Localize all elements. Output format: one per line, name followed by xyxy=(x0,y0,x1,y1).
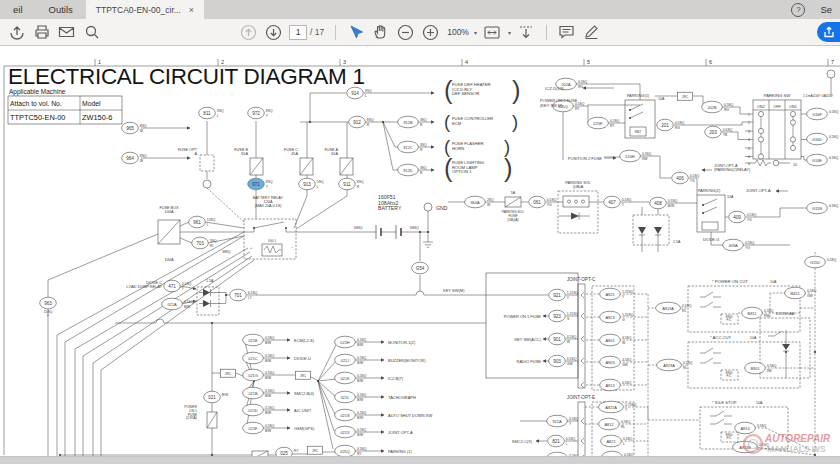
ref-409A: 409A0.5SQYG xyxy=(723,239,755,251)
svg-text:021C: 021C xyxy=(248,356,257,361)
svg-text:471: 471 xyxy=(168,284,176,289)
svg-text:68SQ: 68SQ xyxy=(410,226,419,230)
zoom-out-button[interactable] xyxy=(393,22,418,42)
applicable-machine-label: Applicable Machine xyxy=(9,88,66,96)
save-button[interactable] xyxy=(4,22,29,42)
ref-202B: 202B0.5SQRG xyxy=(702,101,734,113)
fit-width-button[interactable] xyxy=(480,22,505,42)
svg-text:912D: 912D xyxy=(403,168,412,173)
svg-text:W: W xyxy=(567,340,571,344)
diagram-label: MONITOR-1(2) xyxy=(388,340,416,345)
svg-text:Y: Y xyxy=(622,295,625,299)
ref-021E: 021E0.5SQB/W xyxy=(243,334,275,346)
previous-page-button[interactable] xyxy=(236,22,261,42)
diagram-label: JRC xyxy=(221,369,236,377)
hand-tool-button[interactable] xyxy=(368,22,393,42)
zoom-level-value[interactable]: 100% xyxy=(447,27,469,37)
svg-text:G: G xyxy=(567,317,570,321)
svg-text:DIODE-U: DIODE-U xyxy=(294,356,311,361)
diagram-label: JRC xyxy=(308,446,323,454)
diagram-label: 10A xyxy=(756,401,763,405)
diode-symbols xyxy=(203,213,790,351)
ref-021H: 021H0.5SQB/W xyxy=(335,336,367,348)
ref-203: 2030.5SQYB xyxy=(705,126,733,138)
next-page-button[interactable] xyxy=(261,22,286,42)
svg-text:4.5SQ: 4.5SQ xyxy=(182,282,192,286)
help-icon[interactable]: ? xyxy=(791,3,805,17)
email-button[interactable] xyxy=(54,22,79,42)
share-button[interactable] xyxy=(817,22,840,42)
svg-text:* ACC CUT: * ACC CUT xyxy=(710,335,732,340)
svg-text:B/W: B/W xyxy=(265,411,272,415)
svg-text:10A: 10A xyxy=(750,336,757,340)
sign-in-link[interactable]: Se xyxy=(820,4,832,15)
ref-021S: 021S0.5SQB/W xyxy=(335,409,367,421)
svg-text:PARKING SW: PARKING SW xyxy=(764,93,790,98)
ref-963: 96315SQY xyxy=(40,297,57,318)
select-tool-button[interactable] xyxy=(343,22,368,42)
svg-text:BUZZER(MONITOR): BUZZER(MONITOR) xyxy=(388,358,426,363)
diagram-label: SMC2-C(9) xyxy=(512,439,533,444)
tab-tools[interactable]: Outils xyxy=(36,4,86,15)
diagram-label: * POWER ON CUT xyxy=(712,279,748,284)
svg-text:G15D: G15D xyxy=(810,260,820,265)
page-number-input[interactable]: 1 xyxy=(289,25,307,40)
diagram-label: KEY SW(ACC) xyxy=(514,337,541,342)
svg-text:68SQ: 68SQ xyxy=(354,226,363,230)
svg-text:0.5SQ: 0.5SQ xyxy=(357,374,367,378)
svg-text:G16E: G16E xyxy=(812,158,822,163)
svg-text:FUSE DEF HEATERICZ-D RLYDEF SE: FUSE DEF HEATERICZ-D RLYDEF SENSOR xyxy=(452,82,491,96)
svg-text:R: R xyxy=(357,185,360,189)
ref-901: 9014.5SQW xyxy=(549,333,577,345)
diagram-label: A/C UNIT xyxy=(294,408,312,413)
svg-text:KEY SW(M): KEY SW(M) xyxy=(443,288,465,293)
diagram-label: TACHOGRAPH xyxy=(388,395,416,400)
svg-text:TACHOGRAPH: TACHOGRAPH xyxy=(388,395,416,400)
svg-text:0.5SQ: 0.5SQ xyxy=(642,152,652,156)
tab-home[interactable]: eil xyxy=(0,4,36,15)
print-button[interactable] xyxy=(29,22,54,42)
diagram-label: DIODE-U xyxy=(294,356,311,361)
svg-text:JRC: JRC xyxy=(312,449,319,453)
svg-text:0.5SQ: 0.5SQ xyxy=(829,135,839,139)
wire-reference-circles: 9658SQW9648SQW8113SQL9728SQY9143SQL9128S… xyxy=(40,78,839,464)
zoom-dropdown-caret-icon[interactable]: ▾ xyxy=(474,29,477,36)
svg-text:A903: A903 xyxy=(605,360,614,365)
fill-sign-button[interactable] xyxy=(579,22,604,42)
svg-text:(: ( xyxy=(444,111,451,132)
search-button[interactable] xyxy=(79,22,104,42)
cursor-icon xyxy=(349,25,363,40)
zoom-in-button[interactable] xyxy=(418,22,443,42)
svg-text:B/W: B/W xyxy=(265,429,272,433)
svg-text:903: 903 xyxy=(553,359,561,364)
svg-text:ICZ-D(13): ICZ-D(13) xyxy=(545,86,564,91)
ref-903: 9034.5SQGW xyxy=(549,355,577,367)
ruler-zone: 7 xyxy=(828,59,834,66)
toolbar-divider xyxy=(335,25,336,40)
svg-text:B/W: B/W xyxy=(357,343,364,347)
ref-021J: 021J0.5SQB/W xyxy=(335,354,367,366)
document-tab[interactable]: TTPTCA0-EN-00_cir... × xyxy=(86,0,204,19)
ref-G16F: G16F0.5SQ xyxy=(807,108,839,120)
diagram-label: ENGF/C xyxy=(726,433,733,440)
svg-text:0.5SQ: 0.5SQ xyxy=(265,389,275,393)
ref-961: 96115SQL xyxy=(189,216,216,228)
diagram-label: 100-1 xyxy=(268,239,276,243)
ref-921A: 921A0.5SQY xyxy=(547,415,579,427)
svg-text:202B: 202B xyxy=(707,105,716,110)
ref-471: 4714.5SQY xyxy=(164,280,192,292)
comment-button[interactable] xyxy=(554,22,579,42)
svg-text:DIODE-AA: DIODE-AA xyxy=(776,312,795,316)
fit-dropdown-caret-icon[interactable]: ▾ xyxy=(508,29,511,36)
page-scroll-icon xyxy=(517,24,535,40)
close-tab-icon[interactable]: × xyxy=(189,5,194,15)
document-viewport[interactable]: ELECTRICAL CIRCUIT DIAGRAM 1 Applicable … xyxy=(0,46,840,464)
svg-text:1.25SQ: 1.25SQ xyxy=(622,313,634,317)
circuit-diagram-page: ELECTRICAL CIRCUIT DIAGRAM 1 Applicable … xyxy=(0,46,840,464)
svg-text:PARKING(2): PARKING(2) xyxy=(698,188,721,193)
svg-text:A913: A913 xyxy=(605,383,614,388)
diagram-label: PARKING SOL(UB)A xyxy=(565,181,590,189)
ref-811: 8113SQL xyxy=(199,107,224,119)
scroll-mode-button[interactable] xyxy=(514,22,539,42)
ref-914: 9143SQL xyxy=(347,87,372,99)
